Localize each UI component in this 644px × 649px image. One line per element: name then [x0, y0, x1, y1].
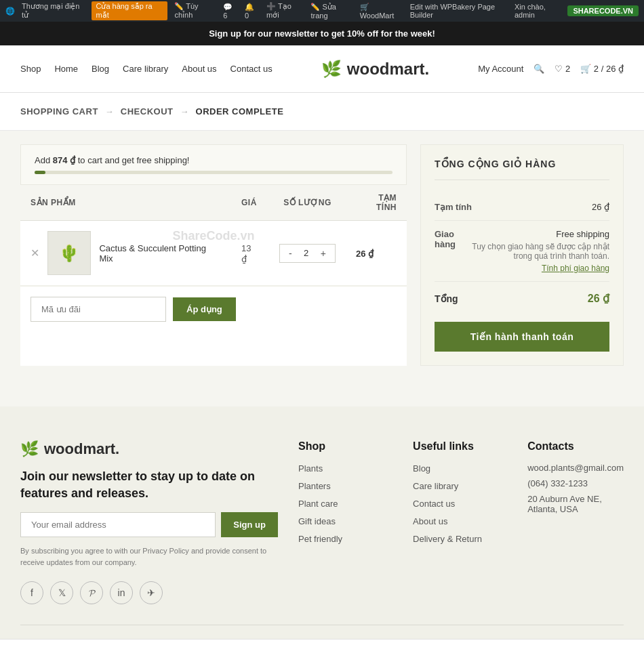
admin-wpbakery[interactable]: Edit with WPBakery Page Builder — [410, 3, 515, 19]
footer-address: 20 Auburn Ave NE, Atlanta, USA — [527, 494, 624, 514]
breadcrumb: SHOPPING CART → CHECKOUT → ORDER COMPLET… — [0, 93, 644, 131]
header-nav: Shop Home Blog Care library About us Con… — [20, 64, 273, 74]
search-icon[interactable]: 🔍 — [534, 64, 544, 74]
breadcrumb-checkout[interactable]: CHECKOUT — [121, 106, 174, 117]
admin-woodmart[interactable]: 🛒 WoodMart — [360, 3, 403, 20]
total-label: Tổng — [435, 293, 458, 304]
footer-link-blog[interactable]: Blog — [413, 463, 430, 474]
footer-logo-text: woodmart. — [44, 440, 119, 458]
footer-link-gift-ideas[interactable]: Gift ideas — [298, 516, 336, 526]
footer-link-about[interactable]: About us — [413, 516, 447, 526]
admin-wp-icon[interactable]: 🌐 — [5, 7, 15, 16]
cart-section: Add 874 ₫ to cart and get free shipping!… — [20, 144, 407, 366]
price-cell: 13 ₫ — [231, 221, 269, 286]
cart-icon[interactable]: 🛒 2 / 26 ₫ — [580, 64, 624, 74]
shipping-calc-link[interactable]: Tính phí giao hàng — [462, 264, 609, 273]
table-row: ✕ 🌵 Cactus & Succulent Potting Mix 13 ₫ … — [20, 221, 407, 286]
footer-col-shop: Shop Plants Planters Plant care Gift ide… — [298, 440, 393, 604]
progress-bar-fill — [35, 171, 45, 174]
footer-link-plant-care[interactable]: Plant care — [298, 499, 338, 509]
admin-store-status[interactable]: Cửa hàng sắp ra mắt — [92, 1, 167, 20]
footer-link-plants[interactable]: Plants — [298, 463, 323, 474]
footer-link-delivery[interactable]: Delivery & Return — [413, 534, 482, 544]
footer-link-contact[interactable]: Contact us — [413, 499, 455, 509]
nav-home[interactable]: Home — [54, 64, 78, 74]
product-image: 🌵 — [47, 231, 91, 275]
col-total: TẠM TÍNH — [346, 185, 407, 221]
admin-comments[interactable]: 💬 6 — [223, 3, 238, 20]
footer-link-planters[interactable]: Planters — [298, 481, 331, 491]
progress-bar-container — [35, 171, 393, 174]
social-facebook[interactable]: f — [20, 581, 43, 604]
admin-greeting: Xin chào, admin — [515, 3, 562, 19]
admin-edit-page[interactable]: ✏️ Sửa trang — [310, 3, 353, 20]
footer-tagline: Join our newsletter to stay up to date o… — [20, 468, 278, 502]
shipping-note: Tuy chọn giao hàng sẽ được cập nhật tron… — [462, 242, 609, 261]
header: Shop Home Blog Care library About us Con… — [0, 45, 644, 93]
quantity-increase-button[interactable]: + — [319, 248, 328, 259]
checkout-button[interactable]: Tiến hành thanh toán — [435, 322, 609, 352]
footer-shop-links: Plants Planters Plant care Gift ideas Pe… — [298, 463, 393, 544]
footer-disclaimer: By subscribing you agree to with our Pri… — [20, 545, 278, 568]
quantity-cell: - 2 + — [269, 221, 346, 286]
remove-button[interactable]: ✕ — [31, 247, 39, 259]
nav-care-library[interactable]: Care library — [123, 64, 168, 74]
footer-link-care-library[interactable]: Care library — [413, 481, 458, 491]
my-account-link[interactable]: My Account — [478, 64, 523, 74]
quantity-value: 2 — [300, 248, 313, 258]
free-shipping-text: Add 874 ₫ to cart and get free shipping! — [35, 155, 393, 165]
footer-shop-title: Shop — [298, 440, 393, 453]
cart-table: SẢN PHẨM GIÁ SỐ LƯỢNG TẠM TÍNH ✕ 🌵 Cactu… — [20, 185, 407, 286]
footer-col-contacts: Contacts wood.plants@gmail.com (064) 332… — [527, 440, 624, 604]
nav-contact[interactable]: Contact us — [230, 64, 273, 74]
nav-shop[interactable]: Shop — [20, 64, 41, 74]
copyright-bar: Based on WoodMart theme 2023 WooCommerce… — [0, 639, 644, 649]
admin-customize[interactable]: ✏️ Tùy chỉnh — [174, 2, 216, 20]
nav-about[interactable]: About us — [182, 64, 216, 74]
footer: 🌿 woodmart. Join our newsletter to stay … — [0, 406, 644, 639]
breadcrumb-arrow-2: → — [180, 106, 189, 117]
footer-grid: 🌿 woodmart. Join our newsletter to stay … — [20, 440, 624, 625]
admin-notifications[interactable]: 🔔 0 — [245, 3, 260, 20]
header-actions: My Account 🔍 ♡ 2 🛒 2 / 26 ₫ — [478, 64, 624, 74]
newsletter-text: Sign up for our newsletter to get 10% of… — [209, 28, 435, 39]
site-logo[interactable]: 🌿 woodmart. — [321, 60, 429, 79]
col-price: GIÁ — [231, 185, 269, 221]
footer-logo[interactable]: 🌿 woodmart. — [20, 440, 278, 458]
breadcrumb-arrow-1: → — [105, 106, 114, 117]
coupon-apply-button[interactable]: Áp dụng — [173, 297, 236, 321]
breadcrumb-cart[interactable]: SHOPPING CART — [20, 106, 98, 117]
social-linkedin[interactable]: in — [110, 581, 133, 604]
footer-useful-title: Useful links — [413, 440, 507, 453]
newsletter-bar: Sign up for our newsletter to get 10% of… — [0, 22, 644, 45]
footer-signup-button[interactable]: Sign up — [221, 512, 278, 537]
logo-text: woodmart. — [347, 60, 429, 79]
product-name: Cactus & Succulent Potting Mix — [99, 243, 221, 264]
summary-shipping-row: Giao hàng Free shipping Tuy chọn giao hà… — [435, 221, 609, 282]
col-product: SẢN PHẨM — [20, 185, 231, 221]
admin-new[interactable]: ➕ Tạo mới — [266, 2, 304, 20]
footer-logo-icon: 🌿 — [20, 440, 39, 458]
summary-subtotal-row: Tạm tính 26 ₫ — [435, 194, 609, 221]
summary-total-row: Tổng 26 ₫ — [435, 282, 609, 315]
footer-phone: (064) 332-1233 — [527, 478, 624, 488]
footer-useful-links: Blog Care library Contact us About us De… — [413, 463, 507, 544]
quantity-decrease-button[interactable]: - — [287, 248, 294, 259]
order-summary: TỔNG CỘNG GIỎ HÀNG Tạm tính 26 ₫ Giao hà… — [420, 144, 624, 366]
social-twitter[interactable]: 𝕏 — [50, 581, 73, 604]
col-quantity: SỐ LƯỢNG — [269, 185, 346, 221]
admin-bar: 🌐 Thương mại điện tử Cửa hàng sắp ra mắt… — [0, 0, 644, 22]
social-pinterest[interactable]: 𝓟 — [80, 581, 103, 604]
subtotal-value: 26 ₫ — [592, 202, 609, 212]
nav-blog[interactable]: Blog — [92, 64, 109, 74]
wishlist-icon[interactable]: ♡ 2 — [555, 64, 570, 74]
social-telegram[interactable]: ✈ — [140, 581, 163, 604]
product-cell: ✕ 🌵 Cactus & Succulent Potting Mix — [20, 221, 231, 286]
admin-store[interactable]: Thương mại điện tử — [22, 2, 85, 20]
footer-brand: 🌿 woodmart. Join our newsletter to stay … — [20, 440, 278, 604]
coupon-input[interactable] — [31, 297, 166, 322]
breadcrumb-complete: ORDER COMPLETE — [196, 106, 284, 117]
footer-link-pet-friendly[interactable]: Pet friendly — [298, 534, 342, 544]
subtotal-label: Tạm tính — [435, 202, 472, 212]
footer-email-input[interactable] — [20, 512, 216, 537]
